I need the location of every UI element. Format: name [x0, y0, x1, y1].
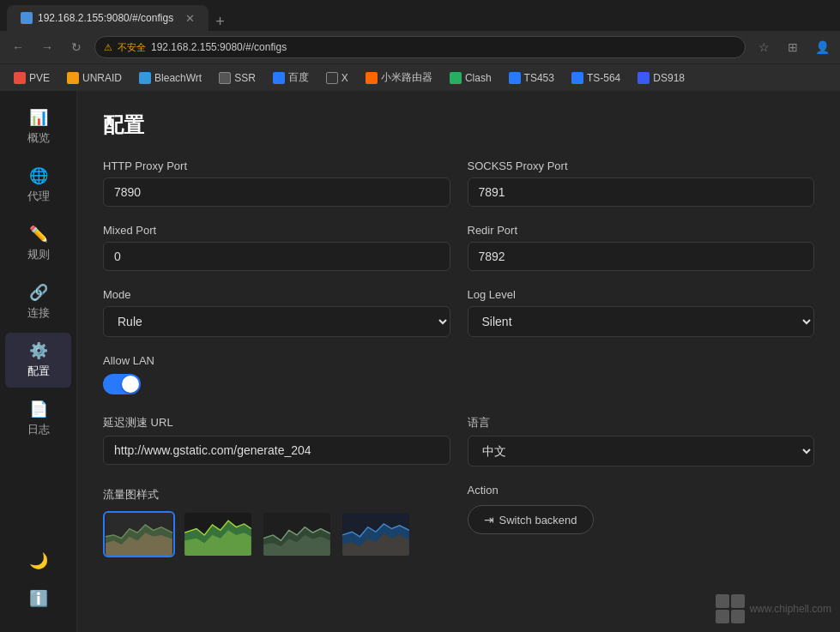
form-row-ports: HTTP Proxy Port SOCKS5 Proxy Port	[103, 160, 814, 207]
language-select[interactable]: 中文 English	[468, 436, 815, 466]
sidebar-item-overview[interactable]: 📊 概览	[5, 99, 71, 154]
http-proxy-port-group: HTTP Proxy Port	[103, 160, 450, 207]
bookmark-clash-label: Clash	[465, 72, 492, 84]
extensions-button[interactable]: ⊞	[782, 36, 804, 58]
sidebar-item-rules[interactable]: ✏️ 规则	[5, 216, 71, 271]
bookmark-ds918-label: DS918	[653, 72, 685, 84]
bookmark-pve-icon	[14, 72, 26, 84]
sidebar-label-connections: 连接	[27, 305, 50, 321]
mixed-port-group: Mixed Port	[103, 224, 450, 271]
security-icon: ⚠	[104, 42, 112, 53]
log-level-label: Log Level	[468, 288, 815, 301]
log-level-group: Log Level Silent Error Warning Info Debu…	[468, 288, 815, 337]
action-label: Action	[468, 484, 815, 497]
traffic-card-3[interactable]	[261, 511, 333, 557]
allow-lan-toggle[interactable]	[103, 374, 141, 394]
socks5-proxy-port-input[interactable]	[468, 178, 815, 207]
sidebar-label-logs: 日志	[27, 422, 50, 437]
bookmark-x1-icon	[326, 72, 338, 84]
bookmark-baidu[interactable]: 百度	[266, 69, 316, 87]
mode-select[interactable]: Rule Global Direct	[103, 306, 450, 337]
bookmark-ts564-icon	[571, 72, 583, 84]
mixed-port-label: Mixed Port	[103, 224, 450, 237]
sidebar: 📊 概览 🌐 代理 ✏️ 规则 🔗 连接 ⚙️ 配置 📄 日志 🌙	[0, 91, 77, 632]
sidebar-item-connections[interactable]: 🔗 连接	[5, 274, 71, 329]
info-icon: ℹ️	[29, 589, 48, 608]
sidebar-item-logs[interactable]: 📄 日志	[5, 391, 71, 446]
bookmark-bleachwrt[interactable]: BleachWrt	[132, 70, 208, 86]
tab-title: 192.168.2.155:9080/#/configs	[38, 12, 173, 24]
page-title: 配置	[103, 111, 814, 139]
bookmark-xiaomi[interactable]: 小米路由器	[359, 69, 439, 87]
sidebar-item-configs[interactable]: ⚙️ 配置	[5, 333, 71, 388]
log-level-select[interactable]: Silent Error Warning Info Debug	[468, 306, 815, 337]
main-content: 配置 HTTP Proxy Port SOCKS5 Proxy Port Mix…	[77, 91, 840, 632]
sidebar-item-proxy[interactable]: 🌐 代理	[5, 158, 71, 213]
traffic-style-label: 流量图样式	[103, 487, 450, 503]
new-tab-button[interactable]: +	[215, 13, 225, 31]
http-proxy-port-input[interactable]	[103, 178, 450, 207]
address-bar[interactable]: ⚠ 不安全 192.168.2.155:9080/#/configs	[94, 36, 746, 58]
bookmark-baidu-icon	[273, 72, 285, 84]
mode-group: Mode Rule Global Direct	[103, 288, 450, 337]
bookmark-unraid[interactable]: UNRAID	[60, 70, 129, 86]
traffic-card-1[interactable]	[103, 511, 175, 557]
mixed-port-input[interactable]	[103, 242, 450, 271]
reload-button[interactable]: ↻	[65, 36, 88, 58]
traffic-previews	[103, 511, 450, 557]
traffic-card-4[interactable]	[340, 511, 412, 557]
redir-port-group: Redir Port	[468, 224, 815, 271]
sidebar-label-rules: 规则	[27, 247, 50, 262]
tab-bar: 192.168.2.155:9080/#/configs ✕ +	[0, 0, 840, 31]
bookmark-ts564[interactable]: TS-564	[565, 70, 627, 86]
tab-close[interactable]: ✕	[185, 12, 195, 25]
bookmark-button[interactable]: ☆	[752, 36, 775, 58]
bookmark-bleachwrt-label: BleachWrt	[154, 72, 202, 84]
bookmark-pve[interactable]: PVE	[7, 70, 57, 86]
latency-url-input[interactable]	[103, 436, 450, 465]
redir-port-label: Redir Port	[468, 224, 815, 237]
form-row-url-lang: 延迟测速 URL 语言 中文 English	[103, 415, 814, 466]
redir-port-input[interactable]	[468, 242, 815, 271]
profile-button[interactable]: 👤	[811, 36, 833, 58]
app-layout: 📊 概览 🌐 代理 ✏️ 规则 🔗 连接 ⚙️ 配置 📄 日志 🌙	[0, 91, 840, 632]
sidebar-label-overview: 概览	[27, 130, 50, 146]
active-tab[interactable]: 192.168.2.155:9080/#/configs ✕	[7, 5, 208, 31]
forward-button[interactable]: →	[36, 36, 58, 58]
bookmark-ds918[interactable]: DS918	[631, 70, 692, 86]
language-group: 语言 中文 English	[468, 415, 815, 466]
action-section: Action ⇥ Switch backend	[468, 484, 815, 557]
http-proxy-port-label: HTTP Proxy Port	[103, 160, 450, 172]
overview-icon: 📊	[29, 108, 48, 127]
bookmark-unraid-label: UNRAID	[82, 72, 122, 84]
form-row-mixed-redir: Mixed Port Redir Port	[103, 224, 814, 271]
latency-url-group: 延迟测速 URL	[103, 415, 450, 466]
rules-icon: ✏️	[29, 225, 48, 244]
sidebar-bottom: 🌙 ℹ️	[0, 534, 76, 625]
allow-lan-label: Allow LAN	[103, 354, 814, 367]
bottom-section: 流量图样式	[103, 484, 814, 557]
sidebar-item-theme[interactable]: 🌙	[5, 543, 71, 579]
sidebar-item-info[interactable]: ℹ️	[5, 581, 71, 617]
bookmark-ssr-icon	[219, 72, 231, 84]
bookmark-ssr[interactable]: SSR	[212, 70, 263, 86]
latency-url-label: 延迟测速 URL	[103, 415, 450, 430]
logs-icon: 📄	[29, 400, 48, 418]
bookmark-ts453[interactable]: TS453	[502, 70, 561, 86]
bookmark-ts453-label: TS453	[524, 72, 554, 84]
bookmark-xiaomi-icon	[366, 72, 378, 84]
bookmark-xiaomi-label: 小米路由器	[381, 70, 432, 85]
traffic-card-2[interactable]	[182, 511, 254, 557]
bookmark-clash[interactable]: Clash	[443, 70, 499, 86]
bookmark-pve-label: PVE	[29, 72, 50, 84]
bookmark-unraid-icon	[67, 72, 79, 84]
socks5-proxy-port-group: SOCKS5 Proxy Port	[468, 160, 815, 207]
back-button[interactable]: ←	[7, 36, 29, 58]
bookmark-ds918-icon	[638, 72, 650, 84]
switch-backend-icon: ⇥	[484, 513, 494, 527]
sidebar-label-proxy: 代理	[27, 189, 50, 204]
theme-icon: 🌙	[29, 551, 48, 570]
switch-backend-button[interactable]: ⇥ Switch backend	[468, 505, 594, 534]
bookmark-x1[interactable]: X	[319, 70, 355, 86]
bookmark-ssr-label: SSR	[234, 72, 256, 84]
